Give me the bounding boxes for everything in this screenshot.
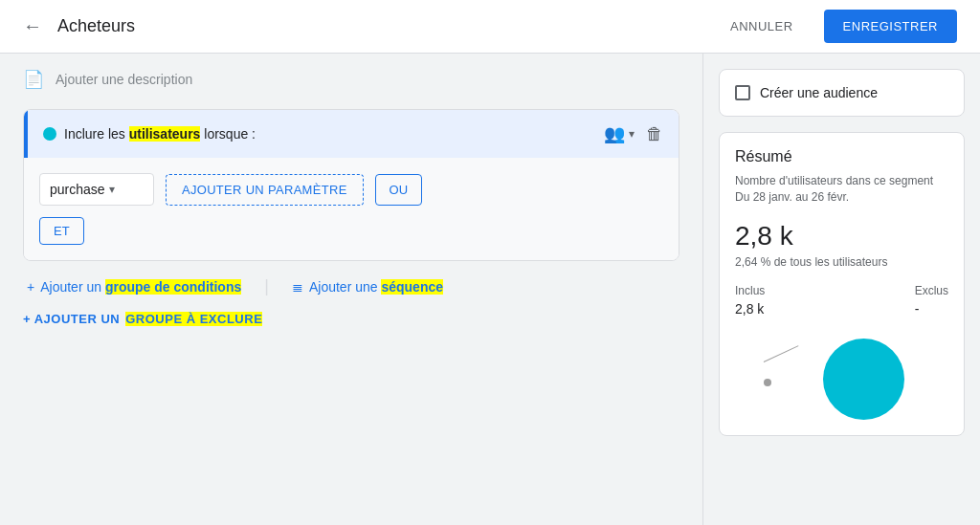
add-condition-group-link[interactable]: + Ajouter un groupe de conditions: [27, 279, 241, 295]
chevron-down-icon: ▾: [629, 127, 635, 141]
left-panel: 📄 Ajouter une description Inclure les ut…: [0, 54, 702, 525]
et-button[interactable]: ET: [39, 217, 84, 245]
sequence-icon: ≣: [292, 279, 303, 295]
header-left: ← Acheteurs: [23, 15, 135, 37]
right-panel: Créer une audience Résumé Nombre d'utili…: [702, 54, 980, 525]
chart-dot: [764, 379, 771, 386]
back-arrow-icon[interactable]: ←: [23, 15, 42, 37]
plus-icon: +: [27, 279, 34, 295]
main-content: 📄 Ajouter une description Inclure les ut…: [0, 54, 980, 525]
summary-stats-row: Inclus 2,8 k Exclus -: [735, 284, 948, 317]
exclus-col: Exclus -: [915, 284, 948, 317]
description-placeholder[interactable]: Ajouter une description: [56, 72, 192, 87]
et-row: ET: [39, 217, 663, 245]
exclus-label: Exclus: [915, 284, 948, 297]
delete-icon[interactable]: 🗑: [646, 124, 663, 144]
add-exclude-label-prefix: + AJOUTER UN: [23, 312, 120, 326]
header-right: ANNULER ENREGISTRER: [715, 10, 957, 43]
inclus-value: 2,8 k: [735, 301, 765, 317]
ou-button[interactable]: OU: [375, 174, 423, 206]
include-dot: [43, 127, 56, 141]
chart-area: [735, 324, 948, 420]
add-group-label: Ajouter un groupe de conditions: [40, 279, 241, 295]
add-group-prefix: Ajouter un: [40, 279, 105, 295]
page-title: Acheteurs: [57, 16, 135, 36]
add-sequence-label: Ajouter une séquence: [309, 279, 443, 295]
save-button[interactable]: ENREGISTRER: [824, 10, 957, 43]
inclus-label: Inclus: [735, 284, 765, 297]
condition-header: Inclure les utilisateurs lorsque : 👥 ▾ 🗑: [24, 110, 679, 158]
condition-header-right: 👥 ▾ 🗑: [604, 123, 663, 144]
include-text: Inclure les utilisateurs lorsque :: [64, 126, 256, 142]
description-row: 📄 Ajouter une description: [23, 69, 679, 90]
add-exclude-row: + AJOUTER UN GROUPE À EXCLURE: [23, 312, 679, 326]
add-sequence-highlight: séquence: [381, 279, 443, 295]
chevron-down-icon: ▾: [109, 183, 115, 196]
summary-user-count: 2,8 k: [735, 221, 948, 252]
summary-subtitle: Nombre d'utilisateurs dans ce segmentDu …: [735, 173, 948, 206]
summary-percent: 2,64 % de tous les utilisateurs: [735, 255, 948, 269]
condition-header-left: Inclure les utilisateurs lorsque :: [43, 126, 256, 142]
create-audience-label: Créer une audience: [760, 85, 878, 100]
cancel-button[interactable]: ANNULER: [715, 11, 809, 41]
audience-card: Créer une audience: [719, 69, 965, 117]
add-exclude-highlight: GROUPE À EXCLURE: [125, 312, 262, 326]
include-suffix: lorsque :: [200, 126, 256, 142]
event-select[interactable]: purchase ▾: [39, 173, 154, 206]
include-highlighted: utilisateurs: [129, 126, 201, 142]
header: ← Acheteurs ANNULER ENREGISTRER: [0, 0, 980, 54]
summary-subtitle-text: Nombre d'utilisateurs dans ce segmentDu …: [735, 174, 933, 204]
add-sequence-prefix: Ajouter une: [309, 279, 382, 295]
separator: |: [264, 276, 269, 296]
condition-group: Inclure les utilisateurs lorsque : 👥 ▾ 🗑…: [23, 109, 679, 261]
event-name: purchase: [50, 182, 105, 197]
summary-title: Résumé: [735, 148, 948, 165]
people-icon: 👥: [604, 123, 625, 144]
people-icon-button[interactable]: 👥 ▾: [604, 123, 635, 144]
chart-line: [764, 345, 799, 362]
inclus-col: Inclus 2,8 k: [735, 284, 765, 317]
condition-row: purchase ▾ AJOUTER UN PARAMÈTRE OU: [39, 173, 663, 206]
add-exclude-group-link[interactable]: + AJOUTER UN GROUPE À EXCLURE: [23, 312, 679, 326]
create-audience-checkbox[interactable]: [735, 85, 750, 100]
include-prefix: Inclure les: [64, 126, 129, 142]
summary-card: Résumé Nombre d'utilisateurs dans ce seg…: [719, 132, 965, 436]
condition-body: purchase ▾ AJOUTER UN PARAMÈTRE OU ET: [24, 158, 679, 260]
add-sequence-link[interactable]: ≣ Ajouter une séquence: [292, 279, 443, 295]
add-parameter-button[interactable]: AJOUTER UN PARAMÈTRE: [166, 174, 364, 206]
chart-circle: [823, 339, 904, 420]
add-group-row: + Ajouter un groupe de conditions | ≣ Aj…: [23, 276, 679, 296]
exclus-value: -: [915, 301, 948, 317]
document-icon: 📄: [23, 69, 44, 90]
add-group-highlight: groupe de conditions: [105, 279, 241, 295]
audience-checkbox-row: Créer une audience: [735, 85, 948, 100]
